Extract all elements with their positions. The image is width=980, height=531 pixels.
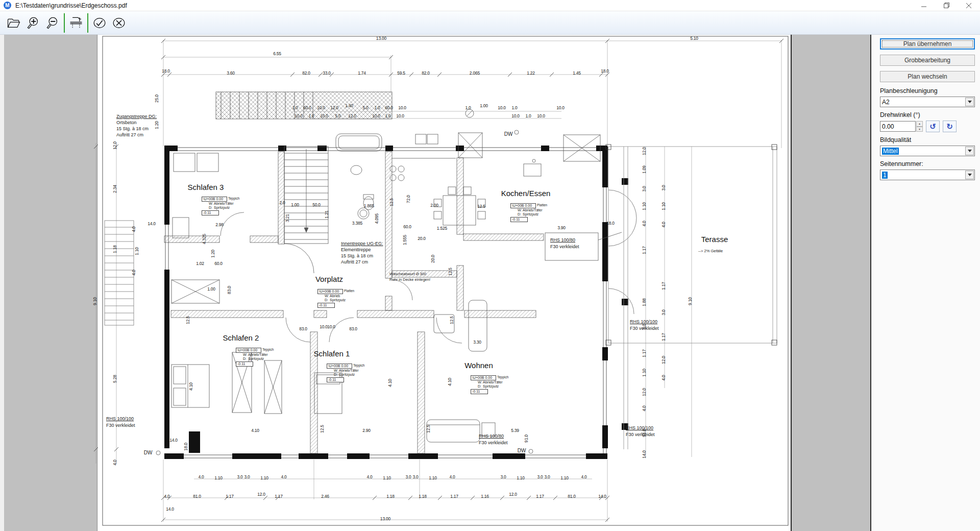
dimension-label: 4.0 bbox=[662, 222, 666, 227]
dimension-label: 20.0 bbox=[431, 255, 435, 263]
spinner-up-icon[interactable]: ▲ bbox=[916, 121, 923, 127]
dimension-label: 60.0 bbox=[214, 261, 223, 266]
dimension-label: 81.0 bbox=[193, 494, 201, 499]
dimension-label: 83.0 bbox=[299, 327, 307, 331]
dimension-label: 2.98 bbox=[215, 223, 224, 227]
steel-post-label: RHS 100/80F30 verkleidet bbox=[550, 237, 579, 250]
dimension-label: 4.10 bbox=[189, 382, 193, 391]
downpipe-label: DW bbox=[144, 450, 152, 455]
maximize-icon[interactable] bbox=[935, 0, 958, 11]
rotation-angle-input[interactable] bbox=[880, 121, 916, 132]
dimension-label: 25.0 bbox=[155, 94, 159, 103]
zoom-in-icon[interactable] bbox=[23, 13, 43, 33]
dimension-label: 12.5 bbox=[389, 198, 394, 206]
rotation-spinner[interactable]: ▲ ▼ bbox=[916, 121, 923, 132]
close-icon[interactable] bbox=[958, 0, 980, 11]
room-info-block: \U+00B 0.00TeppichW:Abrieb/TäferD:Spritz… bbox=[471, 375, 508, 394]
chevron-down-icon[interactable] bbox=[965, 147, 974, 155]
dimension-label: 1.0 bbox=[308, 114, 314, 118]
room-label: Vorplatz bbox=[315, 275, 343, 283]
dimension-label: 4.10 bbox=[251, 428, 259, 433]
dimension-label: 3.0 bbox=[405, 475, 411, 479]
dimension-label: 1.74 bbox=[358, 71, 366, 76]
dimension-label: 1.45 bbox=[573, 71, 581, 76]
dimension-label: 4.10 bbox=[388, 379, 393, 387]
dimension-label: 83.0 bbox=[349, 327, 357, 331]
dimension-label: 10.0 bbox=[327, 325, 335, 329]
dimension-label: 1.17 bbox=[662, 282, 666, 290]
dimension-label: 13.00 bbox=[380, 517, 390, 521]
dimension-label: 2.00 bbox=[430, 203, 438, 208]
dimension-label: 1.10 bbox=[214, 476, 223, 480]
plan-note: Zugangstreppe DG:Ortsbeton15 Stg. à 18 c… bbox=[116, 113, 157, 138]
window-controls bbox=[913, 0, 980, 11]
dimension-label: 60.0 bbox=[303, 106, 311, 110]
open-file-icon[interactable] bbox=[4, 13, 23, 33]
dimension-label: 1.09 bbox=[642, 165, 647, 174]
toolbar-separator bbox=[87, 13, 88, 33]
dimension-label: 18.0 bbox=[601, 69, 609, 74]
side-panel: Plan übernehmen Grobbearbeitung Plan wec… bbox=[870, 35, 980, 531]
plan-uebernehmen-button[interactable]: Plan übernehmen bbox=[880, 38, 975, 50]
cancel-icon[interactable] bbox=[109, 13, 129, 33]
page-number-select[interactable]: 1 bbox=[880, 170, 975, 180]
dimension-label: 1.0 bbox=[465, 106, 471, 110]
dimension-label: 14.0 bbox=[166, 507, 174, 512]
dimension-label: 10.0 bbox=[398, 106, 406, 110]
dimension-label: 1.10 bbox=[642, 202, 647, 210]
dimension-label: 10.0 bbox=[556, 106, 565, 110]
dimension-label: 18.0 bbox=[184, 443, 188, 451]
dimension-label: 12.0 bbox=[348, 114, 356, 118]
dimension-label: 4.10 bbox=[448, 378, 452, 386]
dimension-label: 13.00 bbox=[376, 36, 386, 41]
chevron-down-icon[interactable] bbox=[965, 98, 974, 106]
plan-canvas: 13.005.106.5518.03.6082.033.01.7459.582.… bbox=[4, 35, 870, 531]
dimension-label: 1.00 bbox=[207, 287, 215, 292]
dimension-label: 83.0 bbox=[227, 286, 232, 294]
plan-acceleration-label: Planbeschleunigung bbox=[880, 87, 974, 94]
zoom-out-icon[interactable] bbox=[43, 13, 62, 33]
spinner-down-icon[interactable]: ▼ bbox=[916, 127, 923, 132]
rotate-left-icon[interactable]: ↺ bbox=[926, 120, 940, 132]
dimension-label: 1.0 bbox=[385, 114, 390, 118]
dimension-label: 1.18 bbox=[419, 494, 427, 499]
rotate-right-icon[interactable]: ↻ bbox=[943, 120, 957, 132]
dimension-label: 4.0 bbox=[449, 475, 455, 479]
measure-scale-icon[interactable] bbox=[66, 13, 86, 33]
chevron-down-icon[interactable] bbox=[965, 171, 974, 179]
dimension-label: 2.46 bbox=[321, 494, 329, 499]
downpipe-label: DW bbox=[504, 132, 512, 136]
dimension-label: 1.21 bbox=[325, 210, 329, 219]
dimension-label: 1.0 bbox=[511, 106, 517, 110]
image-quality-select[interactable]: Mittel bbox=[880, 146, 975, 156]
title-bar: M E:\Testdaten\grundrisse\Erdgeschoss.pd… bbox=[0, 0, 980, 11]
room-info-block: \U+00B 0.00TeppichW:Abrieb/TäferD:Spritz… bbox=[327, 364, 364, 382]
dimension-label: 3.90 bbox=[557, 226, 566, 230]
dimension-label: 1.18 bbox=[113, 245, 117, 253]
dimension-label: 1.10 bbox=[642, 369, 647, 377]
dimension-label: 10.0 bbox=[498, 106, 506, 110]
dimension-label: 10.0 bbox=[511, 114, 520, 118]
dimension-label: 4.0 bbox=[132, 270, 136, 275]
app-icon: M bbox=[4, 2, 11, 9]
dimension-label: 3.0 bbox=[662, 309, 666, 315]
dimension-label: 12.0 bbox=[642, 388, 647, 396]
dimension-label: 20.0 bbox=[418, 236, 426, 241]
plan-acceleration-select[interactable]: A2 bbox=[880, 96, 975, 107]
dimension-label: 4.0 bbox=[164, 494, 169, 499]
downpipe-label: DW bbox=[518, 448, 526, 453]
confirm-icon[interactable] bbox=[90, 13, 109, 33]
room-label: Wohnen bbox=[464, 361, 493, 370]
room-info-block: \U+00B 0.00PlattenW:AbriebD:Spritzputz-0… bbox=[317, 289, 354, 308]
minimize-icon[interactable] bbox=[913, 0, 935, 11]
dimension-label: 14.0 bbox=[642, 450, 647, 458]
grobbearbeitung-button[interactable]: Grobbearbeitung bbox=[880, 55, 975, 66]
rotation-row: ▲ ▼ ↺ ↻ bbox=[880, 120, 974, 132]
dimension-label: 2.065 bbox=[470, 71, 480, 76]
room-info-block: \U+00B 0.00TeppichW:Abrieb/TäferD:Spritz… bbox=[202, 197, 239, 215]
dimension-label: 1.17 bbox=[642, 246, 647, 254]
plan-wechseln-button[interactable]: Plan wechseln bbox=[880, 71, 975, 82]
dimension-label: 81.0 bbox=[568, 494, 576, 499]
dimension-label: 1.10 bbox=[662, 202, 666, 210]
dimension-label: 9.10 bbox=[93, 297, 97, 305]
